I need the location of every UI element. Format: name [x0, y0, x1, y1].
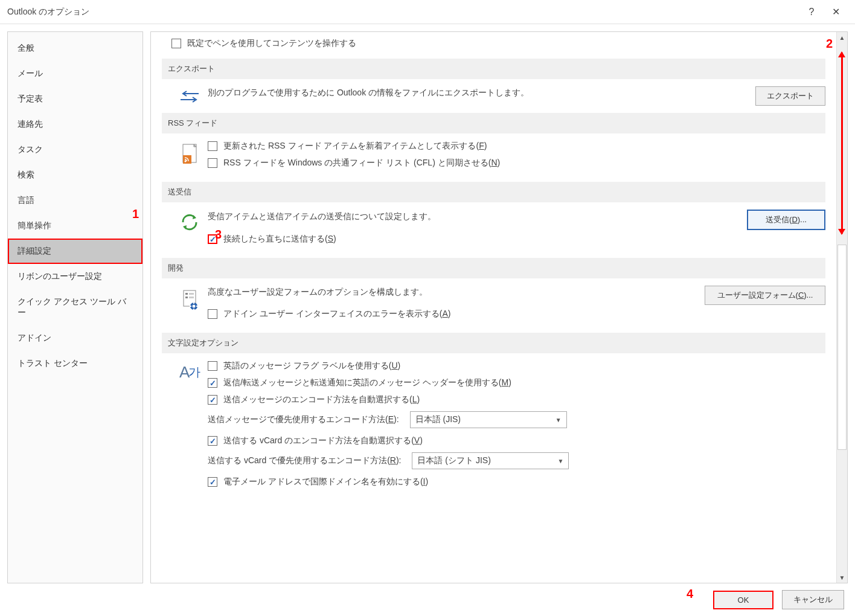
custom-form-icon [181, 288, 199, 311]
cancel-button[interactable]: キャンセル [782, 590, 844, 609]
pen-default-checkbox[interactable] [171, 39, 181, 48]
export-desc: 別のプログラムで使用するために Outlook の情報をファイルにエクスポートし… [208, 88, 755, 98]
scroll-down-button[interactable]: ▼ [837, 572, 847, 583]
sync-icon [179, 212, 200, 233]
rss-new-items-label: 更新された RSS フィード アイテムを新着アイテムとして表示する(F) [223, 141, 487, 152]
send-immediately-label: 接続したら直ちに送信する(S) [223, 234, 336, 245]
sendrecv-desc: 受信アイテムと送信アイテムの送受信について設定します。 [208, 211, 747, 222]
dev-desc: 高度なユーザー設定フォームのオプションを構成します。 [208, 287, 705, 298]
sidebar-item-language[interactable]: 言語 [8, 188, 142, 213]
svg-rect-6 [185, 297, 188, 298]
outgoing-encoding-label: 送信メッセージで優先使用するエンコード方法(E): [208, 414, 399, 425]
section-export-header: エクスポート [162, 59, 825, 79]
annotation-scroll-arrow [841, 53, 843, 234]
chevron-down-icon: ▼ [556, 417, 562, 423]
export-button[interactable]: エクスポート [755, 86, 825, 106]
svg-rect-13 [196, 306, 198, 307]
annotation-1: 1 [132, 207, 139, 221]
sidebar-item-tasks[interactable]: タスク [8, 137, 142, 162]
section-rss-header: RSS フィード [162, 113, 825, 133]
sidebar-item-qat[interactable]: クイック アクセス ツール バー [8, 289, 142, 326]
window-title: Outlook のオプション [7, 7, 799, 18]
svg-rect-1 [183, 155, 191, 164]
idn-email-checkbox[interactable] [208, 477, 217, 487]
chevron-down-icon: ▼ [558, 458, 564, 464]
ok-button[interactable]: OK [713, 591, 773, 609]
sidebar-item-contacts[interactable]: 連絡先 [8, 112, 142, 137]
title-bar: Outlook のオプション ? ✕ [0, 0, 855, 24]
sidebar-item-addins[interactable]: アドイン [8, 326, 142, 351]
auto-encoding-checkbox[interactable] [208, 395, 217, 405]
svg-rect-12 [190, 306, 191, 307]
english-headers-label: 返信/転送メッセージと転送通知に英語のメッセージ ヘッダーを使用する(M) [223, 377, 511, 388]
idn-email-label: 電子メール アドレスで国際ドメイン名を有効にする(I) [223, 476, 428, 487]
outgoing-encoding-value: 日本語 (JIS) [415, 414, 461, 425]
export-icon [179, 89, 200, 104]
sidebar-item-ease[interactable]: 簡単操作 [8, 213, 142, 239]
annotation-4: 4 [687, 587, 693, 601]
sidebar-item-trust[interactable]: トラスト センター [8, 351, 142, 376]
sidebar-item-advanced[interactable]: 詳細設定 [8, 239, 142, 264]
dialog-footer: 4 OK キャンセル [0, 583, 855, 616]
english-headers-checkbox[interactable] [208, 378, 217, 388]
svg-rect-7 [189, 297, 194, 298]
section-dev-header: 開発 [162, 258, 825, 278]
section-sendrecv-header: 送受信 [162, 182, 825, 202]
outgoing-encoding-select[interactable]: 日本語 (JIS) ▼ [410, 411, 567, 428]
svg-rect-10 [193, 302, 194, 304]
language-icon: A가 [179, 363, 200, 381]
sidebar-item-search[interactable]: 検索 [8, 162, 142, 188]
scroll-thumb[interactable] [837, 245, 847, 450]
svg-point-2 [185, 161, 187, 162]
pen-default-label: 既定でペンを使用してコンテンツを操作する [187, 38, 356, 49]
english-flag-labels-label: 英語のメッセージ フラグ ラベルを使用する(U) [223, 361, 400, 371]
vertical-scrollbar[interactable]: ▲ ▼ 2 [836, 32, 847, 583]
svg-rect-4 [185, 293, 188, 295]
section-intl-header: 文字設定オプション [162, 333, 825, 353]
rss-icon [181, 143, 199, 166]
main-panel: 既定でペンを使用してコンテンツを操作する エクスポート 別のプログラムで使用する… [150, 31, 848, 583]
svg-rect-11 [193, 309, 194, 310]
addin-errors-checkbox[interactable] [208, 309, 217, 319]
vcard-encoding-value: 日本語 (シフト JIS) [417, 455, 490, 466]
scroll-up-button[interactable]: ▲ [837, 32, 847, 43]
vcard-auto-encoding-checkbox[interactable] [208, 436, 217, 446]
sendrecv-button[interactable]: 送受信(D)... [747, 210, 825, 230]
english-flag-labels-checkbox[interactable] [208, 361, 217, 371]
rss-sync-cfl-checkbox[interactable] [208, 158, 217, 168]
vcard-encoding-label: 送信する vCard で優先使用するエンコード方法(R): [208, 455, 401, 466]
rss-sync-cfl-label: RSS フィードを Windows の共通フィード リスト (CFL) と同期さ… [223, 158, 500, 168]
options-sidebar: 全般 メール 予定表 連絡先 タスク 検索 言語 簡単操作 詳細設定 リボンのユ… [7, 31, 143, 583]
sidebar-item-calendar[interactable]: 予定表 [8, 86, 142, 112]
vcard-encoding-select[interactable]: 日本語 (シフト JIS) ▼ [412, 452, 569, 469]
help-button[interactable]: ? [799, 7, 824, 18]
annotation-3: 3 [215, 228, 222, 242]
close-button[interactable]: ✕ [824, 6, 848, 18]
vcard-auto-encoding-label: 送信する vCard のエンコード方法を自動選択する(V) [223, 435, 423, 446]
svg-rect-5 [189, 293, 194, 295]
sidebar-item-general[interactable]: 全般 [8, 36, 142, 61]
annotation-2: 2 [826, 37, 833, 51]
custom-forms-button[interactable]: ユーザー設定フォーム(C)... [705, 286, 825, 305]
svg-point-9 [193, 305, 196, 308]
sidebar-item-ribbon[interactable]: リボンのユーザー設定 [8, 264, 142, 289]
sidebar-item-mail[interactable]: メール [8, 61, 142, 86]
auto-encoding-label: 送信メッセージのエンコード方法を自動選択する(L) [223, 394, 420, 405]
rss-new-items-checkbox[interactable] [208, 141, 217, 151]
addin-errors-label: アドイン ユーザー インターフェイスのエラーを表示する(A) [223, 309, 450, 319]
